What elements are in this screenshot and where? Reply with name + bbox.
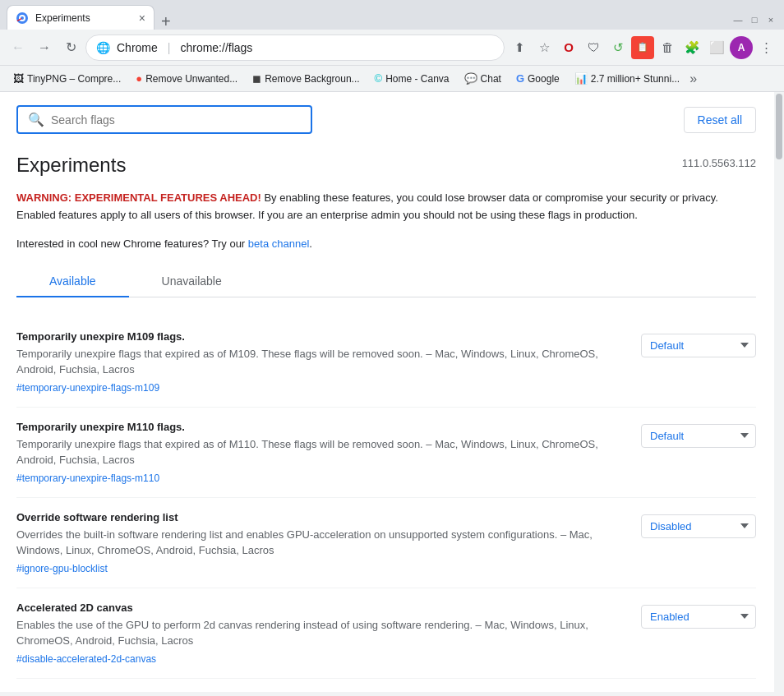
warning-section: WARNING: EXPERIMENTAL FEATURES AHEAD! By… xyxy=(16,190,756,224)
bookmark-remove-unwanted[interactable]: ● Remove Unwanted... xyxy=(129,69,244,88)
tinypng-icon: 🖼 xyxy=(13,72,24,85)
bookmark-canva[interactable]: © Home - Canva xyxy=(368,69,456,88)
reset-all-button[interactable]: Reset all xyxy=(684,107,756,133)
new-tab-button[interactable]: + xyxy=(158,13,174,30)
extensions-button[interactable]: 🧩 xyxy=(680,36,703,59)
flag-description-2: Overrides the built-in software renderin… xyxy=(16,527,625,559)
flag-select-0[interactable]: Default Enabled Disabled xyxy=(641,334,756,357)
beta-notice-text: Interested in cool new Chrome features? … xyxy=(16,237,248,250)
flag-link-2[interactable]: #ignore-gpu-blocklist xyxy=(16,563,108,574)
address-bar[interactable]: 🌐 Chrome | chrome://flags xyxy=(85,35,505,61)
flag-item: Temporarily unexpire M110 flags. Tempora… xyxy=(16,408,756,498)
bookmarks-bar: 🖼 TinyPNG – Compre... ● Remove Unwanted.… xyxy=(0,66,784,92)
bookmark-remove-background-label: Remove Backgroun... xyxy=(265,73,359,85)
beta-channel-link[interactable]: beta channel xyxy=(248,237,309,250)
title-bar: Experiments × + — □ × xyxy=(0,0,784,30)
flag-control-0: Default Enabled Disabled xyxy=(641,330,756,357)
search-input[interactable] xyxy=(51,113,301,127)
tab-title: Experiments xyxy=(35,12,132,24)
flag-link-3[interactable]: #disable-accelerated-2d-canvas xyxy=(16,653,156,665)
page-title: Experiments xyxy=(16,154,756,177)
bookmark-button[interactable]: ☆ xyxy=(533,36,556,59)
profile-button[interactable]: A xyxy=(730,36,753,59)
nav-actions: ⬆ ☆ O 🛡 ↺ 📋 🗑 🧩 ⬜ A ⋮ xyxy=(508,36,777,59)
bookmark-excel-label: 2.7 million+ Stunni... xyxy=(591,73,680,85)
flag-item: Accelerated 2D canvas Enables the use of… xyxy=(16,588,756,679)
flag-title-0: Temporarily unexpire M109 flags. xyxy=(16,330,625,343)
bookmark-remove-background[interactable]: ◼ Remove Backgroun... xyxy=(246,69,366,88)
flag-title-3: Accelerated 2D canvas xyxy=(16,602,625,614)
bookmark-google-label: Google xyxy=(528,73,560,85)
flag-description-1: Temporarily unexpire flags that expired … xyxy=(16,436,625,468)
bookmark-chat-label: Chat xyxy=(481,73,501,85)
search-container: 🔍 Reset all xyxy=(16,105,756,134)
bookmark-google[interactable]: G Google xyxy=(510,69,566,88)
flag-info-0: Temporarily unexpire M109 flags. Tempora… xyxy=(16,330,625,394)
flag-item: Override software rendering list Overrid… xyxy=(16,498,756,588)
excel-icon: 📊 xyxy=(574,72,588,85)
shield-button[interactable]: 🛡 xyxy=(582,36,605,59)
forward-button[interactable]: → xyxy=(33,36,56,59)
flag-select-1[interactable]: Default Enabled Disabled xyxy=(641,424,756,448)
flag-title-1: Temporarily unexpire M110 flags. xyxy=(16,421,625,433)
remove-background-icon: ◼ xyxy=(252,72,261,85)
bookmark-chat[interactable]: 💬 Chat xyxy=(458,69,508,88)
search-icon: 🔍 xyxy=(28,112,44,127)
beta-notice-end: . xyxy=(309,237,312,250)
flag-info-1: Temporarily unexpire M110 flags. Tempora… xyxy=(16,421,625,484)
flag-control-1: Default Enabled Disabled xyxy=(641,421,756,448)
tab-navigation: Available Unavailable xyxy=(16,266,756,297)
tab-strip: Experiments × + xyxy=(7,5,731,30)
reload-button[interactable]: ↻ xyxy=(59,36,82,59)
flag-link-1[interactable]: #temporary-unexpire-flags-m110 xyxy=(16,472,159,484)
beta-notice: Interested in cool new Chrome features? … xyxy=(16,237,756,250)
flag-item: Temporarily unexpire M109 flags. Tempora… xyxy=(16,317,756,408)
bookmark-excel[interactable]: 📊 2.7 million+ Stunni... xyxy=(568,69,686,88)
site-icon: 🌐 xyxy=(96,41,110,54)
share-button[interactable]: ⬆ xyxy=(508,36,531,59)
flag-link-0[interactable]: #temporary-unexpire-flags-m109 xyxy=(16,382,159,394)
remove-unwanted-icon: ● xyxy=(136,72,142,85)
bookmarks-more-button[interactable]: » xyxy=(689,71,697,86)
maximize-button[interactable]: □ xyxy=(748,13,761,26)
vpn-button[interactable]: ↺ xyxy=(606,36,630,59)
extension-button-1[interactable]: 📋 xyxy=(631,36,654,59)
flag-control-3: Default Enabled Disabled xyxy=(641,602,756,629)
close-window-button[interactable]: × xyxy=(764,13,777,26)
page-content: 🔍 Reset all Experiments 111.0.5563.112 W… xyxy=(0,92,772,692)
chat-icon: 💬 xyxy=(464,72,477,85)
bookmark-tinypng-label: TinyPNG – Compre... xyxy=(27,73,121,85)
tab-available[interactable]: Available xyxy=(16,266,129,297)
opera-icon-button[interactable]: O xyxy=(557,36,580,59)
browser-tab[interactable]: Experiments × xyxy=(7,5,154,30)
svg-point-2 xyxy=(21,16,24,20)
flag-select-2[interactable]: Default Enabled Disabled xyxy=(641,514,756,538)
tab-close-button[interactable]: × xyxy=(139,12,145,25)
bookmark-tinypng[interactable]: 🖼 TinyPNG – Compre... xyxy=(7,69,127,88)
google-icon: G xyxy=(516,72,524,85)
bookmark-remove-unwanted-label: Remove Unwanted... xyxy=(145,73,238,85)
address-divider: | xyxy=(168,41,171,54)
scrollbar[interactable] xyxy=(774,92,784,692)
sidebar-button[interactable]: ⬜ xyxy=(705,36,728,59)
flag-control-2: Default Enabled Disabled xyxy=(641,511,756,538)
warning-prefix: WARNING: EXPERIMENTAL FEATURES AHEAD! xyxy=(16,191,261,204)
back-button[interactable]: ← xyxy=(7,36,30,59)
scrollbar-thumb[interactable] xyxy=(776,94,782,159)
window-controls: — □ × xyxy=(731,13,777,30)
nav-bar: ← → ↻ 🌐 Chrome | chrome://flags ⬆ ☆ O 🛡 … xyxy=(0,30,784,66)
minimize-button[interactable]: — xyxy=(731,13,745,26)
flag-description-0: Temporarily unexpire flags that expired … xyxy=(16,346,625,378)
flag-select-3[interactable]: Default Enabled Disabled xyxy=(641,605,756,629)
tab-unavailable[interactable]: Unavailable xyxy=(129,266,255,297)
bookmark-canva-label: Home - Canva xyxy=(385,73,449,85)
flags-list: Temporarily unexpire M109 flags. Tempora… xyxy=(16,317,756,679)
flag-info-2: Override software rendering list Overrid… xyxy=(16,511,625,574)
flag-description-3: Enables the use of the GPU to perform 2d… xyxy=(16,617,625,649)
trash-button[interactable]: 🗑 xyxy=(656,36,679,59)
tab-favicon xyxy=(16,12,29,25)
flag-info-3: Accelerated 2D canvas Enables the use of… xyxy=(16,602,625,665)
menu-button[interactable]: ⋮ xyxy=(754,36,777,59)
search-box: 🔍 xyxy=(16,105,312,134)
canva-icon: © xyxy=(375,72,383,85)
